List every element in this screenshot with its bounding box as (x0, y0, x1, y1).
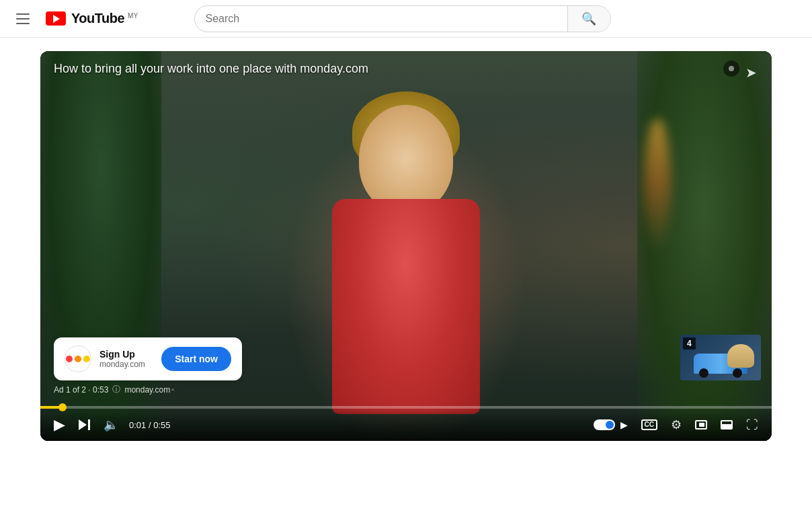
toggle-thumb (606, 421, 614, 429)
ad-text: Sign Up monday.com (99, 349, 153, 370)
mute-icon[interactable] (723, 60, 739, 77)
search-bar: 🔍 (194, 5, 611, 32)
menu-button[interactable] (11, 8, 35, 30)
ad-link-text: monday.com (124, 385, 170, 395)
next-button[interactable] (76, 417, 93, 433)
dot-yellow (83, 356, 90, 362)
theater-icon (721, 420, 733, 430)
header-center: 🔍 (161, 5, 645, 32)
video-player[interactable]: How to bring all your work into one plac… (40, 51, 772, 441)
external-link-icon: ▫ (171, 386, 174, 393)
people-silhouette (727, 344, 754, 368)
ad-card: Sign Up monday.com Start now (54, 337, 242, 380)
ad-info-dot: ⓘ (112, 384, 120, 395)
header-left: YouTube MY (11, 8, 138, 30)
search-input[interactable] (195, 6, 567, 32)
autoplay-play-icon: ▶ (618, 417, 631, 433)
skip-next-icon (79, 419, 90, 430)
person-body (332, 199, 480, 414)
person-figure (292, 105, 520, 414)
time-display: 0:01 / 0:55 (129, 420, 170, 430)
ad-domain-link[interactable]: monday.com ▫ (124, 385, 173, 395)
header: YouTube MY 🔍 (0, 0, 812, 38)
autoplay-toggle[interactable]: ▶ (594, 417, 631, 433)
ad-title: Sign Up (99, 349, 153, 360)
gear-icon: ⚙ (671, 417, 682, 432)
ad-info-text: Ad 1 of 2 · 0:53 (54, 385, 108, 395)
toggle-track[interactable] (594, 419, 615, 430)
plant-left (40, 51, 161, 441)
search-button[interactable]: 🔍 (567, 6, 610, 32)
dot-red (66, 356, 73, 362)
cc-icon: CC (641, 419, 657, 430)
ad-info-bar: Ad 1 of 2 · 0:53 ⓘ monday.com ▫ (54, 384, 174, 395)
youtube-country: MY (128, 12, 138, 19)
time-total: 0:55 (153, 420, 170, 430)
volume-button[interactable]: 🔈 (101, 415, 121, 435)
pip-button[interactable] (692, 417, 710, 432)
fullscreen-icon: ⛶ (746, 418, 758, 432)
dot-orange (75, 356, 81, 362)
theater-button[interactable] (718, 417, 735, 432)
person-head (359, 105, 453, 212)
fullscreen-button[interactable]: ⛶ (743, 415, 761, 435)
settings-button[interactable]: ⚙ (668, 415, 684, 435)
ad-domain: monday.com (99, 360, 153, 369)
main-content: How to bring all your work into one plac… (0, 38, 812, 454)
controls-bar: ▶ 🔈 0:01 / 0:55 (40, 409, 772, 441)
next-video-thumbnail[interactable]: 4 (680, 335, 761, 380)
youtube-logo[interactable]: YouTube MY (46, 11, 138, 26)
monday-logo (66, 356, 90, 362)
time-current: 0:01 (129, 420, 146, 430)
ambient-light (644, 118, 671, 253)
play-button[interactable]: ▶ (51, 413, 68, 436)
cc-button[interactable]: CC (639, 417, 660, 433)
youtube-wordmark: YouTube (71, 11, 124, 26)
ad-logo (65, 345, 91, 372)
youtube-play-icon (46, 11, 66, 26)
start-now-button[interactable]: Start now (161, 347, 231, 371)
search-icon: 🔍 (581, 11, 596, 26)
video-frame[interactable]: How to bring all your work into one plac… (40, 51, 772, 441)
pip-icon (695, 420, 707, 430)
person-area (238, 51, 574, 441)
next-video-number: 4 (683, 337, 696, 350)
circle-dot-icon (729, 66, 734, 71)
share-icon[interactable]: ➤ (741, 60, 761, 85)
video-title-overlay: How to bring all your work into one plac… (54, 62, 368, 76)
